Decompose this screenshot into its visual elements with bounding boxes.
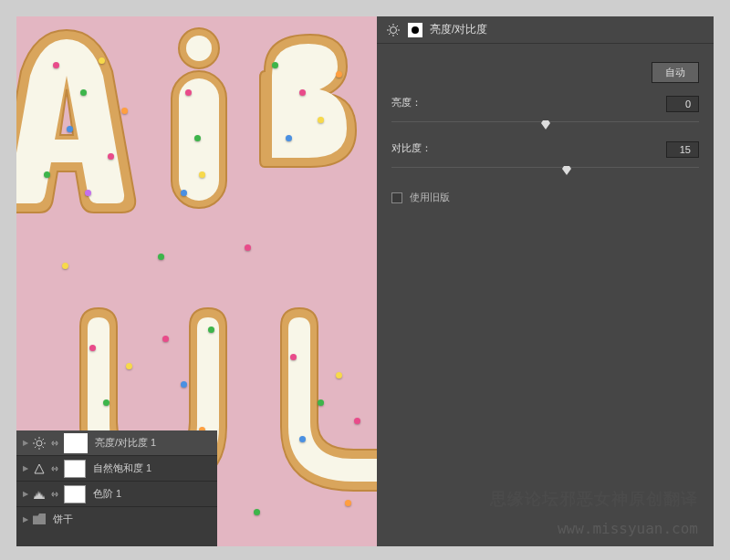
- chevron-icon: ▶: [22, 465, 29, 472]
- mask-icon: [408, 23, 422, 37]
- brightness-label: 亮度：: [391, 96, 422, 112]
- chevron-icon: ▶: [22, 515, 29, 523]
- svg-line-12: [43, 439, 45, 441]
- brightness-slider-row: 亮度： 0: [391, 96, 699, 129]
- sun-icon: [33, 437, 46, 450]
- layer-folder-row[interactable]: ▶ 饼干: [16, 507, 217, 531]
- svg-point-4: [36, 441, 42, 446]
- svg-line-18: [389, 26, 391, 27]
- svg-line-21: [397, 26, 399, 27]
- layer-label: 色阶 1: [93, 487, 121, 501]
- folder-label: 饼干: [53, 513, 73, 526]
- contrast-value[interactable]: 15: [666, 141, 699, 158]
- contrast-label: 对比度：: [391, 141, 432, 158]
- contrast-slider[interactable]: [391, 163, 699, 174]
- svg-line-10: [43, 446, 45, 448]
- watermark-text: 思缘论坛邪恶女神原创翻译: [490, 488, 698, 510]
- link-icon: [49, 489, 60, 500]
- watermark-url: www.missyuan.com: [558, 520, 698, 537]
- layer-row-vibrance[interactable]: ▶ 自然饱和度 1: [16, 456, 217, 482]
- brightness-slider[interactable]: [391, 118, 699, 129]
- svg-line-20: [389, 33, 391, 35]
- layer-label: 亮度/对比度 1: [95, 436, 156, 450]
- layer-row-levels[interactable]: ▶ 色阶 1: [16, 482, 217, 507]
- svg-point-3: [186, 36, 212, 61]
- layer-mask-thumb[interactable]: [64, 485, 86, 503]
- layer-row-brightness-contrast[interactable]: ▶ 亮度/对比度 1: [16, 430, 217, 456]
- link-icon: [49, 438, 60, 449]
- layer-mask-thumb[interactable]: [64, 433, 88, 453]
- brightness-value[interactable]: 0: [666, 96, 699, 112]
- link-icon: [49, 463, 60, 474]
- svg-line-19: [397, 33, 399, 35]
- svg-line-11: [35, 446, 36, 448]
- levels-icon: [33, 488, 46, 501]
- properties-panel: 亮度/对比度 自动 亮度： 0 对比度： 15 使用旧版: [377, 16, 714, 546]
- svg-line-9: [35, 439, 36, 441]
- chevron-icon: ▶: [22, 491, 29, 498]
- triangle-icon: [33, 462, 46, 475]
- contrast-slider-row: 对比度： 15: [391, 141, 699, 174]
- sun-icon: [386, 23, 401, 37]
- svg-point-13: [391, 26, 397, 33]
- layer-label: 自然饱和度 1: [93, 461, 151, 475]
- legacy-checkbox-row[interactable]: 使用旧版: [391, 191, 699, 204]
- layers-panel: ▶ 亮度/对比度 1 ▶ 自然饱和度 1 ▶ 色阶 1 ▶ 饼干: [16, 430, 217, 546]
- legacy-label: 使用旧版: [410, 191, 450, 204]
- auto-button[interactable]: 自动: [652, 62, 699, 83]
- panel-title: 亮度/对比度: [430, 22, 487, 37]
- chevron-icon: ▶: [22, 440, 29, 447]
- properties-header: 亮度/对比度: [377, 16, 714, 44]
- checkbox-icon[interactable]: [391, 192, 402, 203]
- folder-icon: [33, 513, 46, 524]
- layer-mask-thumb[interactable]: [64, 460, 86, 478]
